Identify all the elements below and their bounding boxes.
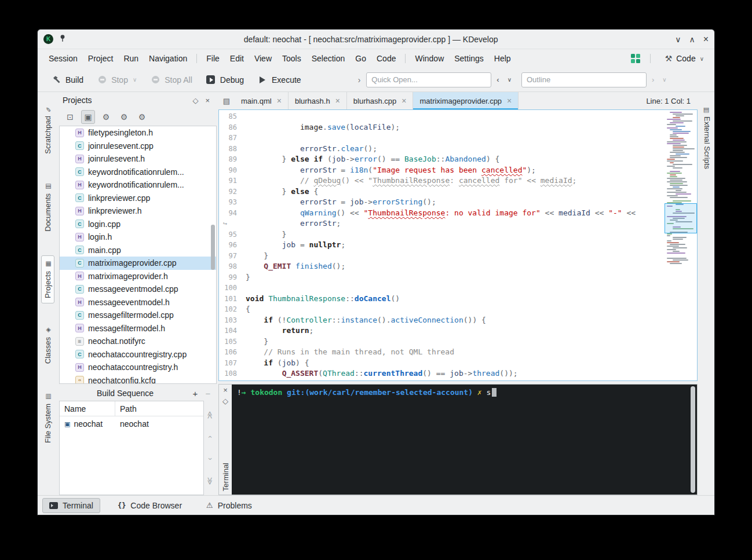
tab-close-icon[interactable]: ×	[507, 96, 512, 105]
editor-tab-blurhash-cpp[interactable]: blurhash.cpp×	[347, 92, 414, 109]
configure-gear-3-icon[interactable]: ⚙	[135, 110, 149, 124]
sidebar-tab-file-system[interactable]: File System▥	[41, 388, 54, 448]
menu-settings[interactable]: Settings	[449, 52, 489, 65]
add-build-item-button[interactable]: +	[189, 387, 202, 400]
code-editor[interactable]: 8586 image.save(localFile);8788 errorStr…	[218, 109, 698, 381]
menu-run[interactable]: Run	[118, 52, 144, 65]
quick-open-input[interactable]	[366, 72, 491, 87]
tree-item[interactable]: Cmain.cpp	[60, 244, 216, 257]
menu-file[interactable]: File	[201, 52, 225, 65]
next-dropdown-icon[interactable]: ∨	[659, 75, 669, 84]
tree-item[interactable]: Hneochataccountregistry.h	[60, 361, 216, 374]
sidebar-tab-documents[interactable]: Documents▤	[41, 178, 54, 237]
detach-panel-icon[interactable]: ◇	[189, 96, 202, 105]
detach-terminal-icon[interactable]: ◇	[222, 397, 228, 405]
titlebar[interactable]: K default: neochat - [ neochat:src/matri…	[38, 30, 714, 49]
editor-tab-blurhash-h[interactable]: blurhash.h×	[289, 92, 347, 109]
tree-item[interactable]: Hmatriximageprovider.h	[60, 270, 216, 283]
tree-item[interactable]: Hmessageeventmodel.h	[60, 296, 216, 309]
stop-button[interactable]: Stop ∨	[92, 72, 143, 88]
terminal-scrollbar[interactable]	[691, 386, 695, 493]
cell-path: neochat	[115, 419, 154, 429]
tree-item[interactable]: Cneochataccountregistry.cpp	[60, 348, 216, 361]
editor-tab-main-qml[interactable]: main.qml×	[235, 92, 289, 109]
tree-item[interactable]: Cmessageeventmodel.cpp	[60, 283, 216, 296]
tree-item[interactable]: ‹›neochatconfig.kcfg	[60, 374, 216, 385]
menu-project[interactable]: Project	[83, 52, 119, 65]
area-switcher-icon[interactable]	[631, 54, 640, 63]
tree-item[interactable]: Ckeywordnotificationrulem...	[60, 166, 216, 179]
tree-scrollbar[interactable]	[211, 225, 215, 270]
configure-gear-icon[interactable]: ⚙	[99, 110, 113, 124]
document-list-icon[interactable]: ▤	[218, 92, 235, 109]
tree-item[interactable]: Hkeywordnotificationrulem...	[60, 178, 216, 192]
build-button[interactable]: Build	[46, 72, 89, 88]
tree-item[interactable]: Hfiletypesingleton.h	[60, 126, 216, 140]
prev-button[interactable]: ‹	[494, 74, 502, 85]
column-header-path[interactable]: Path	[115, 404, 141, 413]
remove-build-item-button[interactable]: −	[202, 387, 214, 400]
menu-code[interactable]: Code	[371, 52, 401, 65]
sync-selection-icon[interactable]: ▣	[81, 110, 95, 124]
maximize-button[interactable]: ∧	[689, 35, 695, 44]
tree-item[interactable]: Hlogin.h	[60, 230, 216, 244]
outline-input[interactable]	[521, 72, 647, 87]
move-down-icon[interactable]: ›	[206, 457, 215, 460]
menu-tools[interactable]: Tools	[277, 52, 306, 65]
move-up-icon[interactable]: ‹	[206, 435, 215, 438]
tree-item[interactable]: Cmessagefiltermodel.cpp	[60, 309, 216, 322]
stop-all-button[interactable]: Stop All	[145, 72, 198, 88]
pin-icon[interactable]	[59, 34, 67, 45]
tree-item[interactable]: Cjoinrulesevent.cpp	[60, 140, 216, 153]
bottom-tab-code-browser[interactable]: {}Code Browser	[111, 498, 189, 513]
close-button[interactable]: ×	[703, 34, 709, 45]
tab-close-icon[interactable]: ×	[277, 96, 282, 105]
tree-item[interactable]: Hjoinrulesevent.h	[60, 152, 216, 166]
build-sequence-table[interactable]: Name Path ▣neochatneochat	[59, 401, 204, 495]
tree-item[interactable]: Hlinkpreviewer.h	[60, 204, 216, 218]
stop-dropdown-icon[interactable]: ∨	[133, 76, 137, 83]
area-selector[interactable]: ⚒ Code ∨	[660, 52, 709, 65]
toolbar-expander-icon[interactable]: ›	[355, 75, 364, 85]
move-top-icon[interactable]: ≪	[206, 411, 214, 419]
terminal-output[interactable]: !→ tokodon git:(work/carl/remember-selec…	[232, 385, 697, 495]
editor-tab-matriximageprovider-cpp[interactable]: matriximageprovider.cpp×	[413, 92, 519, 109]
bottom-tab-problems[interactable]: ⚠Problems	[199, 498, 259, 513]
tree-item[interactable]: Clogin.cpp	[60, 218, 216, 231]
execute-button[interactable]: Execute	[252, 72, 307, 88]
menu-navigation[interactable]: Navigation	[144, 52, 192, 65]
sidebar-tab-projects[interactable]: Projects▦	[41, 255, 54, 303]
move-bottom-icon[interactable]: ≫	[206, 477, 214, 485]
shade-button[interactable]: ∨	[675, 35, 681, 44]
table-row[interactable]: ▣neochatneochat	[60, 416, 203, 431]
menu-edit[interactable]: Edit	[225, 52, 249, 65]
tree-item[interactable]: Clinkpreviewer.cpp	[60, 192, 216, 205]
debug-button[interactable]: Debug	[200, 72, 250, 88]
code-view[interactable]: 8586 image.save(localFile);8788 errorStr…	[219, 110, 665, 380]
tree-item[interactable]: Hmessagefiltermodel.h	[60, 322, 216, 335]
bottom-tab-terminal[interactable]: Terminal	[42, 498, 100, 513]
tree-item[interactable]: ≡neochat.notifyrc	[60, 335, 216, 348]
configure-gear-2-icon[interactable]: ⚙	[117, 110, 131, 124]
tab-close-icon[interactable]: ×	[335, 96, 340, 105]
column-header-name[interactable]: Name	[60, 401, 115, 416]
menu-help[interactable]: Help	[489, 52, 516, 65]
sidebar-tab-classes[interactable]: Classes◈	[41, 321, 54, 369]
minimap[interactable]	[665, 110, 697, 380]
prev-dropdown-icon[interactable]: ∨	[505, 75, 514, 84]
close-terminal-icon[interactable]: ×	[223, 386, 228, 394]
menu-selection[interactable]: Selection	[306, 52, 351, 65]
build-selection-icon[interactable]: ⊡	[63, 110, 77, 124]
menu-window[interactable]: Window	[410, 52, 449, 65]
tab-close-icon[interactable]: ×	[401, 96, 406, 105]
menu-view[interactable]: View	[249, 52, 277, 65]
project-file-tree[interactable]: Hfiletypesingleton.hCjoinrulesevent.cppH…	[59, 126, 217, 384]
menu-session[interactable]: Session	[43, 52, 83, 65]
sidebar-tab-external-scripts[interactable]: ▤External Scripts	[701, 101, 713, 174]
menu-go[interactable]: Go	[350, 52, 371, 65]
sidebar-tab-scratchpad[interactable]: Scratchpad✎	[41, 100, 54, 159]
close-panel-icon[interactable]: ×	[202, 96, 213, 105]
next-button[interactable]: ›	[649, 74, 657, 85]
tree-item[interactable]: Cmatriximageprovider.cpp	[60, 257, 216, 270]
minimap-viewport[interactable]	[665, 203, 697, 233]
